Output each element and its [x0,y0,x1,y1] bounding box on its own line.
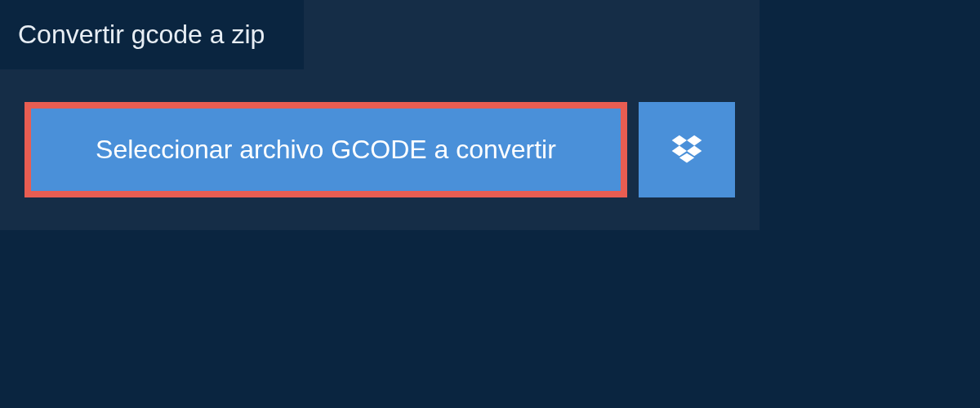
upload-area: Seleccionar archivo GCODE a convertir [0,69,760,230]
dropbox-icon [669,132,705,168]
dropbox-button[interactable] [639,102,735,197]
select-file-button[interactable]: Seleccionar archivo GCODE a convertir [24,102,627,197]
select-file-label: Seleccionar archivo GCODE a convertir [96,135,556,165]
converter-panel: Convertir gcode a zip Seleccionar archiv… [0,0,760,230]
page-title: Convertir gcode a zip [0,0,304,69]
